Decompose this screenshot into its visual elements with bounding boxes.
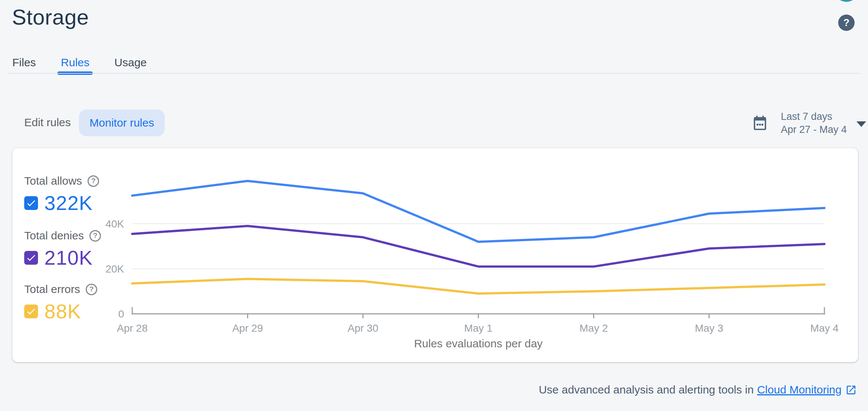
x-axis-label: Apr 30	[348, 322, 378, 334]
x-axis-label: May 2	[580, 322, 608, 334]
series-checkbox-errors[interactable]	[24, 305, 38, 318]
x-axis-label: May 4	[810, 322, 839, 334]
external-link-icon	[845, 384, 857, 396]
chevron-down-icon	[856, 121, 866, 127]
x-axis-label: Apr 28	[117, 322, 148, 334]
footer-text: Use advanced analysis and alerting tools…	[539, 383, 754, 396]
series-line-total-errors[interactable]	[132, 279, 824, 293]
series-checkbox-allows[interactable]	[24, 196, 38, 210]
date-range-label: Last 7 days	[781, 110, 847, 123]
y-axis-label: 20K	[105, 263, 124, 275]
legend-label: Total denies	[24, 229, 84, 242]
tab-usage[interactable]: Usage	[114, 55, 147, 73]
page-title: Storage	[12, 4, 89, 29]
series-line-total-allows[interactable]	[132, 181, 824, 242]
check-icon	[26, 198, 37, 208]
y-axis-label: 0	[118, 308, 124, 320]
cloud-monitoring-link[interactable]: Cloud Monitoring	[757, 383, 842, 396]
date-range-picker[interactable]: Last 7 days Apr 27 - May 4	[752, 110, 866, 136]
legend-value: 88K	[44, 300, 81, 323]
tab-rules[interactable]: Rules	[61, 55, 89, 73]
legend-label: Total errors	[24, 283, 80, 296]
series-checkbox-denies[interactable]	[24, 251, 38, 265]
legend-label: Total allows	[24, 175, 82, 187]
series-line-total-denies[interactable]	[132, 226, 824, 267]
question-mark-icon: ?	[843, 17, 850, 29]
calendar-icon	[752, 115, 768, 131]
user-avatar[interactable]	[834, 0, 858, 2]
date-range-dates: Apr 27 - May 4	[781, 123, 847, 136]
y-axis-label: 40K	[105, 218, 124, 230]
edit-rules-button[interactable]: Edit rules	[24, 116, 71, 129]
x-axis-label: Apr 29	[232, 322, 263, 334]
rules-evaluations-chart[interactable]: 020K40KApr 28Apr 29Apr 30May 1May 2May 3…	[82, 160, 861, 346]
footer-note: Use advanced analysis and alerting tools…	[539, 382, 857, 397]
x-axis-label: May 3	[695, 322, 723, 334]
x-axis-label: May 1	[464, 322, 492, 334]
chart-title: Rules evaluations per day	[132, 337, 824, 350]
check-icon	[26, 306, 37, 317]
tab-divider	[7, 73, 861, 74]
tab-bar: Files Rules Usage	[12, 55, 147, 73]
check-icon	[26, 252, 37, 263]
tab-files[interactable]: Files	[12, 55, 36, 73]
monitor-rules-button[interactable]: Monitor rules	[79, 109, 165, 136]
help-button[interactable]: ?	[838, 15, 855, 31]
